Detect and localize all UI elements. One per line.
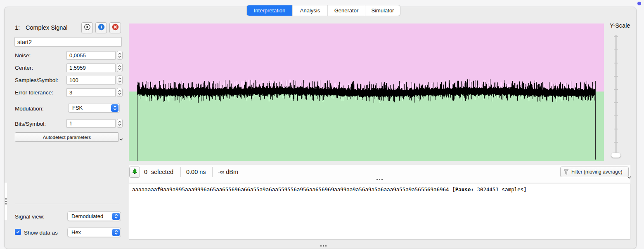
scroll-down-indicator-icon <box>119 135 123 143</box>
pause-bracket: [ <box>449 186 455 193</box>
filter-dropdown-indicator-icon <box>627 173 632 181</box>
noise-input[interactable] <box>66 51 116 60</box>
bits-per-symbol-input[interactable] <box>66 119 116 128</box>
selected-label: selected <box>151 169 173 175</box>
noise-label: Noise: <box>15 52 31 59</box>
selection-power: -∞ dBm <box>218 169 238 175</box>
signal-view-select[interactable]: Demodulated <box>67 211 121 221</box>
tree-icon <box>131 168 138 176</box>
show-data-as-checkbox[interactable] <box>15 229 21 235</box>
combo-updown-icon <box>112 213 120 220</box>
main-tabbar: Interpretation Analysis Generator Simula… <box>246 5 400 16</box>
demodulated-data-view[interactable]: aaaaaaaaf0aa9a995aaa9996a65aa655696a66a5… <box>129 184 630 240</box>
tab-simulator[interactable]: Simulator <box>365 5 400 16</box>
stepper-arrows-icon <box>118 89 122 96</box>
yscale-slider-handle[interactable] <box>611 153 621 158</box>
play-signal-button[interactable] <box>81 22 93 33</box>
bottom-splitter-handle[interactable] <box>320 245 327 247</box>
stepper-arrows-icon <box>118 77 122 83</box>
signal-name-input[interactable] <box>14 37 122 47</box>
signal-view-value: Demodulated <box>71 213 103 219</box>
signal-info-button[interactable]: i <box>95 22 107 33</box>
selected-count: 0 <box>144 169 147 175</box>
bits-per-symbol-stepper[interactable] <box>117 119 123 128</box>
samples-per-symbol-label: Samples/Symbol: <box>15 77 58 83</box>
filter-button-label: Filter (moving average) <box>571 169 622 175</box>
status-separator <box>212 167 213 177</box>
pause-value: 3024451 samples] <box>474 186 527 193</box>
noise-stepper[interactable] <box>117 51 123 60</box>
signal-view-label: Signal view: <box>15 214 45 220</box>
show-data-as-label: Show data as <box>24 230 58 236</box>
recording-indicator-dot <box>637 2 641 5</box>
status-separator <box>180 167 181 177</box>
splitter-dots-icon <box>5 198 7 204</box>
error-tolerance-stepper[interactable] <box>117 88 123 97</box>
samples-per-symbol-input[interactable] <box>66 76 116 85</box>
tab-analysis[interactable]: Analysis <box>292 5 327 16</box>
error-tolerance-input[interactable] <box>66 88 116 97</box>
left-panel-divider <box>15 204 119 204</box>
combo-updown-icon <box>112 229 120 236</box>
yscale-label: Y-Scale <box>610 22 630 29</box>
signal-title: Complex Signal <box>26 24 68 31</box>
signal-index-label: 1: <box>15 24 20 31</box>
close-icon <box>112 23 119 32</box>
signal-plot[interactable] <box>129 23 604 161</box>
bits-per-symbol-label: Bits/Symbol: <box>15 121 46 127</box>
horizontal-splitter-handle[interactable] <box>376 179 383 180</box>
center-input[interactable] <box>66 63 116 72</box>
filter-moving-average-button[interactable]: Filter (moving average) <box>560 167 629 177</box>
close-signal-button[interactable] <box>109 22 121 33</box>
autodetect-parameters-button[interactable]: Autodetect parameters <box>15 132 119 142</box>
modulation-value: FSK <box>72 105 83 111</box>
stepper-arrows-icon <box>118 120 122 127</box>
center-label: Center: <box>15 65 33 71</box>
funnel-icon <box>564 169 569 175</box>
show-data-as-select[interactable]: Hex <box>67 228 121 237</box>
svg-text:i: i <box>100 24 102 29</box>
yscale-slider-track[interactable] <box>615 35 617 158</box>
modulation-label: Modulation: <box>15 106 44 112</box>
tab-interpretation[interactable]: Interpretation <box>247 5 292 16</box>
pause-label: Pause: <box>455 186 474 193</box>
combo-updown-icon <box>111 104 118 112</box>
center-stepper[interactable] <box>117 63 123 72</box>
zoom-to-signal-button[interactable] <box>129 167 140 178</box>
info-icon: i <box>98 23 105 32</box>
error-tolerance-label: Error tolerance: <box>15 89 53 96</box>
tab-generator[interactable]: Generator <box>327 5 365 16</box>
vertical-splitter-handle[interactable] <box>5 183 7 220</box>
check-icon <box>16 230 20 234</box>
stepper-arrows-icon <box>118 64 122 71</box>
hex-data: aaaaaaaaf0aa9a995aaa9996a65aa655696a66a5… <box>132 186 449 193</box>
play-icon <box>84 23 91 32</box>
selection-duration: 0.00 ns <box>186 169 206 175</box>
stepper-arrows-icon <box>118 52 122 59</box>
modulation-select[interactable]: FSK <box>68 103 120 113</box>
samples-per-symbol-stepper[interactable] <box>117 75 123 85</box>
show-data-as-value: Hex <box>71 229 81 235</box>
